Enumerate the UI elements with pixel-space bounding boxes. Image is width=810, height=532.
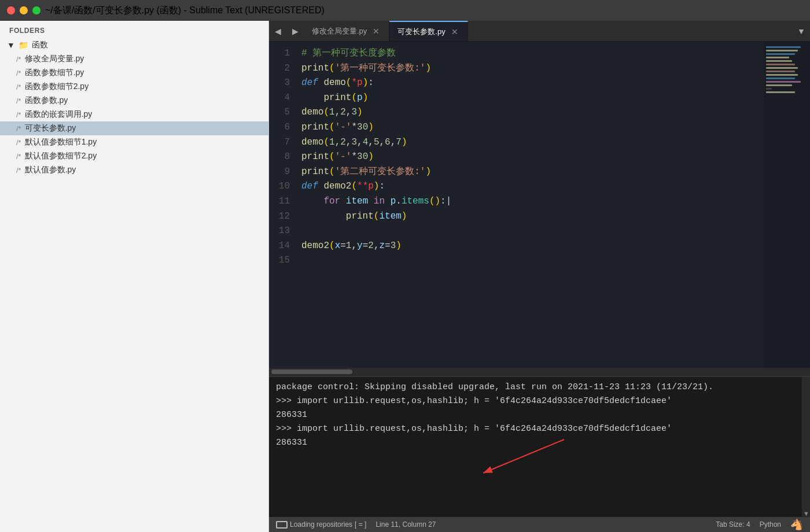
terminal-area[interactable]: package control: Skipping disabled upgra… (269, 376, 810, 509)
sidebar-item-file-4[interactable]: /* 函数的嵌套调用.py (0, 108, 268, 121)
chevron-down-icon: ▼ (7, 40, 15, 50)
status-loading: Loading repositories (290, 520, 352, 529)
folder-name: 函数 (32, 40, 48, 50)
tab-close-1[interactable]: ✕ (450, 27, 459, 36)
file-label-0: 修改全局变量.py (25, 54, 84, 64)
minimap (764, 42, 810, 368)
maximize-button[interactable] (32, 6, 41, 14)
sidebar-item-file-0[interactable]: /* 修改全局变量.py (0, 52, 268, 66)
file-label-2: 函数参数细节2.py (25, 82, 89, 92)
folder-root[interactable]: ▼ 📁 函数 (0, 38, 268, 52)
sidebar-item-file-6[interactable]: /* 默认值参数细节1.py (0, 135, 268, 149)
tab-修改全局变量[interactable]: 修改全局变量.py ✕ (304, 21, 389, 41)
bottom-panel: ▼ (269, 509, 810, 517)
status-tab-size[interactable]: Tab Size: 4 (716, 520, 750, 529)
titlebar: ~/备课/函数/可变长参数.py (函数) - Sublime Text (UN… (0, 0, 810, 21)
folder-icon: 📁 (19, 40, 28, 50)
folders-header: FOLDERS (0, 21, 268, 38)
folder-tree: ▼ 📁 函数 /* 修改全局变量.py /* 函数参数细节.py /* 函数参数… (0, 38, 268, 532)
tab-dropdown-button[interactable]: ▼ (793, 21, 810, 41)
sidebar: FOLDERS ▼ 📁 函数 /* 修改全局变量.py /* 函数参数细节.py… (0, 21, 269, 532)
horizontal-scrollbar[interactable] (269, 368, 810, 376)
sidebar-item-file-3[interactable]: /* 函数参数.py (0, 94, 268, 108)
line-numbers: 1 2 3 4 5 6 7 8 9 10 11 12 13 14 15 (269, 42, 297, 368)
tab-label-0: 修改全局变量.py (312, 26, 367, 36)
terminal-line-0: package control: Skipping disabled upgra… (276, 380, 803, 394)
tab-prev-button[interactable]: ◀ (269, 21, 286, 41)
terminal-line-2: 286331 (276, 408, 803, 422)
scroll-down-icon[interactable]: ▼ (803, 510, 809, 517)
monitor-icon (276, 521, 288, 529)
status-cursor: Line 11, Column 27 (375, 520, 436, 529)
file-label-8: 默认值参数.py (25, 165, 76, 175)
close-button[interactable] (7, 6, 15, 14)
code-editor[interactable]: # 第一种可变长度参数 print('第一种可变长参数:') def demo(… (297, 42, 764, 368)
terminal-line-4: 286331 (276, 436, 803, 450)
file-label-3: 函数参数.py (25, 95, 68, 106)
sidebar-item-file-7[interactable]: /* 默认值参数细节2.py (0, 149, 268, 163)
status-brackets: [ = ] (355, 520, 366, 529)
minimize-button[interactable] (20, 6, 28, 14)
tab-close-0[interactable]: ✕ (371, 27, 381, 36)
sidebar-item-file-5[interactable]: /* 可变长参数.py (0, 121, 268, 135)
sidebar-item-file-2[interactable]: /* 函数参数细节2.py (0, 80, 268, 94)
tab-可变长参数[interactable]: 可变长参数.py ✕ (389, 21, 467, 41)
file-label-4: 函数的嵌套调用.py (25, 109, 93, 120)
terminal-scrollbar[interactable] (802, 377, 810, 509)
file-label-6: 默认值参数细节1.py (25, 137, 97, 147)
tab-bar: ◀ ▶ 修改全局变量.py ✕ 可变长参数.py ✕ ▼ (269, 21, 810, 42)
sidebar-item-file-1[interactable]: /* 函数参数细节.py (0, 66, 268, 80)
editor-content: 1 2 3 4 5 6 7 8 9 10 11 12 13 14 15 (269, 42, 810, 517)
main-layout: FOLDERS ▼ 📁 函数 /* 修改全局变量.py /* 函数参数细节.py… (0, 21, 810, 532)
file-label-5: 可变长参数.py (25, 123, 76, 134)
pony-icon: 🐴 (790, 518, 803, 531)
code-area[interactable]: 1 2 3 4 5 6 7 8 9 10 11 12 13 14 15 (269, 42, 810, 368)
tab-next-button[interactable]: ▶ (286, 21, 304, 41)
terminal-line-1: >>> import urllib.request,os,hashlib; h … (276, 394, 803, 408)
tab-label-1: 可变长参数.py (397, 27, 445, 37)
editor-area: ◀ ▶ 修改全局变量.py ✕ 可变长参数.py ✕ ▼ 1 2 3 4 (269, 21, 810, 532)
window-title: ~/备课/函数/可变长参数.py (函数) - Sublime Text (UN… (45, 5, 325, 17)
hscroll-thumb[interactable] (271, 370, 352, 374)
status-language[interactable]: Python (760, 520, 781, 529)
file-label-1: 函数参数细节.py (25, 68, 84, 78)
sidebar-item-file-8[interactable]: /* 默认值参数.py (0, 163, 268, 177)
file-label-7: 默认值参数细节2.py (25, 151, 97, 161)
terminal-line-3: >>> import urllib.request,os,hashlib; h … (276, 422, 803, 436)
status-bar: Loading repositories [ = ] Line 11, Colu… (269, 517, 810, 532)
